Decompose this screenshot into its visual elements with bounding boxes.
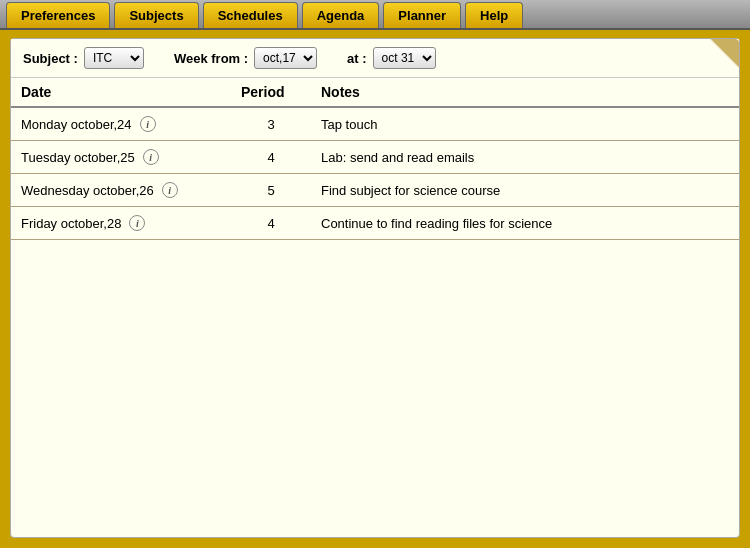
table-row: Monday october,24i3Tap touch bbox=[11, 107, 739, 141]
notes-cell: Find subject for science course bbox=[311, 174, 739, 207]
at-label: at : bbox=[347, 51, 367, 66]
info-icon[interactable]: i bbox=[143, 149, 159, 165]
date-cell: Friday october,28i bbox=[11, 207, 231, 240]
date-cell: Wednesday october,26i bbox=[11, 174, 231, 207]
notes-cell: Tap touch bbox=[311, 107, 739, 141]
tab-agenda[interactable]: Agenda bbox=[302, 2, 380, 28]
week-from-select[interactable]: oct,17 bbox=[254, 47, 317, 69]
period-cell: 4 bbox=[231, 207, 311, 240]
week-from-group: Week from : oct,17 bbox=[174, 47, 317, 69]
tab-help[interactable]: Help bbox=[465, 2, 523, 28]
table-row: Friday october,28i4Continue to find read… bbox=[11, 207, 739, 240]
at-group: at : oct 31 bbox=[347, 47, 436, 69]
date-cell: Monday october,24i bbox=[11, 107, 231, 141]
period-cell: 5 bbox=[231, 174, 311, 207]
tab-preferences[interactable]: Preferences bbox=[6, 2, 110, 28]
main-content: Subject : ITC Week from : oct,17 at : oc… bbox=[10, 38, 740, 538]
info-icon[interactable]: i bbox=[140, 116, 156, 132]
tab-planner[interactable]: Planner bbox=[383, 2, 461, 28]
nav-bar: Preferences Subjects Schedules Agenda Pl… bbox=[0, 0, 750, 30]
tab-schedules[interactable]: Schedules bbox=[203, 2, 298, 28]
at-select[interactable]: oct 31 bbox=[373, 47, 436, 69]
table-row: Tuesday october,25i4Lab: send and read e… bbox=[11, 141, 739, 174]
info-icon[interactable]: i bbox=[129, 215, 145, 231]
period-cell: 3 bbox=[231, 107, 311, 141]
tab-subjects[interactable]: Subjects bbox=[114, 2, 198, 28]
table-header-row: Date Period Notes bbox=[11, 78, 739, 107]
col-header-period: Period bbox=[231, 78, 311, 107]
notes-cell: Lab: send and read emails bbox=[311, 141, 739, 174]
notes-cell: Continue to find reading files for scien… bbox=[311, 207, 739, 240]
week-from-label: Week from : bbox=[174, 51, 248, 66]
col-header-date: Date bbox=[11, 78, 231, 107]
subject-select[interactable]: ITC bbox=[84, 47, 144, 69]
table-row: Wednesday october,26i5Find subject for s… bbox=[11, 174, 739, 207]
toolbar: Subject : ITC Week from : oct,17 at : oc… bbox=[11, 39, 739, 78]
info-icon[interactable]: i bbox=[162, 182, 178, 198]
agenda-table: Date Period Notes Monday october,24i3Tap… bbox=[11, 78, 739, 240]
period-cell: 4 bbox=[231, 141, 311, 174]
date-cell: Tuesday october,25i bbox=[11, 141, 231, 174]
subject-label: Subject : bbox=[23, 51, 78, 66]
col-header-notes: Notes bbox=[311, 78, 739, 107]
